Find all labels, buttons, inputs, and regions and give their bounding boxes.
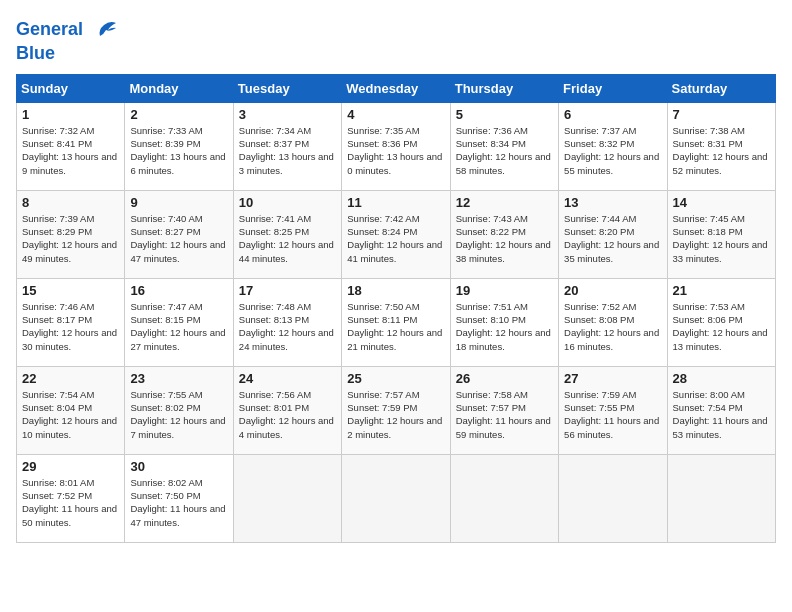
- weekday-sunday: Sunday: [17, 74, 125, 102]
- day-detail: Sunrise: 7:50 AM Sunset: 8:11 PM Dayligh…: [347, 300, 444, 353]
- day-detail: Sunrise: 7:37 AM Sunset: 8:32 PM Dayligh…: [564, 124, 661, 177]
- day-detail: Sunrise: 7:59 AM Sunset: 7:55 PM Dayligh…: [564, 388, 661, 441]
- weekday-wednesday: Wednesday: [342, 74, 450, 102]
- day-detail: Sunrise: 7:52 AM Sunset: 8:08 PM Dayligh…: [564, 300, 661, 353]
- calendar-cell: 7 Sunrise: 7:38 AM Sunset: 8:31 PM Dayli…: [667, 102, 775, 190]
- weekday-monday: Monday: [125, 74, 233, 102]
- day-detail: Sunrise: 7:35 AM Sunset: 8:36 PM Dayligh…: [347, 124, 444, 177]
- calendar-cell: 25 Sunrise: 7:57 AM Sunset: 7:59 PM Dayl…: [342, 366, 450, 454]
- day-number: 21: [673, 283, 770, 298]
- day-detail: Sunrise: 7:38 AM Sunset: 8:31 PM Dayligh…: [673, 124, 770, 177]
- day-number: 24: [239, 371, 336, 386]
- logo: General Blue: [16, 16, 118, 64]
- day-detail: Sunrise: 7:34 AM Sunset: 8:37 PM Dayligh…: [239, 124, 336, 177]
- calendar-cell: 2 Sunrise: 7:33 AM Sunset: 8:39 PM Dayli…: [125, 102, 233, 190]
- logo-bird-icon: [90, 16, 118, 44]
- day-detail: Sunrise: 7:54 AM Sunset: 8:04 PM Dayligh…: [22, 388, 119, 441]
- day-number: 15: [22, 283, 119, 298]
- day-number: 20: [564, 283, 661, 298]
- day-number: 10: [239, 195, 336, 210]
- calendar-cell: 1 Sunrise: 7:32 AM Sunset: 8:41 PM Dayli…: [17, 102, 125, 190]
- day-detail: Sunrise: 7:44 AM Sunset: 8:20 PM Dayligh…: [564, 212, 661, 265]
- calendar-cell: 27 Sunrise: 7:59 AM Sunset: 7:55 PM Dayl…: [559, 366, 667, 454]
- calendar-cell: 9 Sunrise: 7:40 AM Sunset: 8:27 PM Dayli…: [125, 190, 233, 278]
- day-detail: Sunrise: 7:33 AM Sunset: 8:39 PM Dayligh…: [130, 124, 227, 177]
- day-number: 9: [130, 195, 227, 210]
- day-detail: Sunrise: 7:48 AM Sunset: 8:13 PM Dayligh…: [239, 300, 336, 353]
- calendar-cell: 24 Sunrise: 7:56 AM Sunset: 8:01 PM Dayl…: [233, 366, 341, 454]
- day-number: 7: [673, 107, 770, 122]
- calendar-cell: 15 Sunrise: 7:46 AM Sunset: 8:17 PM Dayl…: [17, 278, 125, 366]
- calendar-cell: 12 Sunrise: 7:43 AM Sunset: 8:22 PM Dayl…: [450, 190, 558, 278]
- day-number: 16: [130, 283, 227, 298]
- day-detail: Sunrise: 7:39 AM Sunset: 8:29 PM Dayligh…: [22, 212, 119, 265]
- day-number: 14: [673, 195, 770, 210]
- calendar-week-4: 22 Sunrise: 7:54 AM Sunset: 8:04 PM Dayl…: [17, 366, 776, 454]
- calendar-cell: 5 Sunrise: 7:36 AM Sunset: 8:34 PM Dayli…: [450, 102, 558, 190]
- calendar-cell: 29 Sunrise: 8:01 AM Sunset: 7:52 PM Dayl…: [17, 454, 125, 542]
- calendar-cell: 3 Sunrise: 7:34 AM Sunset: 8:37 PM Dayli…: [233, 102, 341, 190]
- weekday-saturday: Saturday: [667, 74, 775, 102]
- day-detail: Sunrise: 7:42 AM Sunset: 8:24 PM Dayligh…: [347, 212, 444, 265]
- day-detail: Sunrise: 8:00 AM Sunset: 7:54 PM Dayligh…: [673, 388, 770, 441]
- calendar-cell: 19 Sunrise: 7:51 AM Sunset: 8:10 PM Dayl…: [450, 278, 558, 366]
- calendar-cell: 23 Sunrise: 7:55 AM Sunset: 8:02 PM Dayl…: [125, 366, 233, 454]
- day-number: 28: [673, 371, 770, 386]
- calendar-week-1: 1 Sunrise: 7:32 AM Sunset: 8:41 PM Dayli…: [17, 102, 776, 190]
- calendar-cell: [233, 454, 341, 542]
- calendar-week-2: 8 Sunrise: 7:39 AM Sunset: 8:29 PM Dayli…: [17, 190, 776, 278]
- day-number: 4: [347, 107, 444, 122]
- day-detail: Sunrise: 7:46 AM Sunset: 8:17 PM Dayligh…: [22, 300, 119, 353]
- calendar-cell: [342, 454, 450, 542]
- day-number: 3: [239, 107, 336, 122]
- calendar-cell: 20 Sunrise: 7:52 AM Sunset: 8:08 PM Dayl…: [559, 278, 667, 366]
- day-detail: Sunrise: 7:40 AM Sunset: 8:27 PM Dayligh…: [130, 212, 227, 265]
- weekday-thursday: Thursday: [450, 74, 558, 102]
- calendar-cell: 13 Sunrise: 7:44 AM Sunset: 8:20 PM Dayl…: [559, 190, 667, 278]
- calendar-cell: 6 Sunrise: 7:37 AM Sunset: 8:32 PM Dayli…: [559, 102, 667, 190]
- day-number: 19: [456, 283, 553, 298]
- day-number: 11: [347, 195, 444, 210]
- day-number: 12: [456, 195, 553, 210]
- page-header: General Blue: [16, 16, 776, 64]
- day-number: 25: [347, 371, 444, 386]
- day-detail: Sunrise: 7:57 AM Sunset: 7:59 PM Dayligh…: [347, 388, 444, 441]
- day-number: 17: [239, 283, 336, 298]
- weekday-tuesday: Tuesday: [233, 74, 341, 102]
- day-number: 5: [456, 107, 553, 122]
- day-detail: Sunrise: 7:32 AM Sunset: 8:41 PM Dayligh…: [22, 124, 119, 177]
- day-number: 8: [22, 195, 119, 210]
- calendar-cell: 22 Sunrise: 7:54 AM Sunset: 8:04 PM Dayl…: [17, 366, 125, 454]
- logo-blue: Blue: [16, 44, 118, 64]
- calendar-cell: [667, 454, 775, 542]
- calendar-cell: 10 Sunrise: 7:41 AM Sunset: 8:25 PM Dayl…: [233, 190, 341, 278]
- calendar-body: 1 Sunrise: 7:32 AM Sunset: 8:41 PM Dayli…: [17, 102, 776, 542]
- day-detail: Sunrise: 7:36 AM Sunset: 8:34 PM Dayligh…: [456, 124, 553, 177]
- day-detail: Sunrise: 7:43 AM Sunset: 8:22 PM Dayligh…: [456, 212, 553, 265]
- calendar-cell: 28 Sunrise: 8:00 AM Sunset: 7:54 PM Dayl…: [667, 366, 775, 454]
- weekday-header-row: SundayMondayTuesdayWednesdayThursdayFrid…: [17, 74, 776, 102]
- calendar-cell: [450, 454, 558, 542]
- calendar-cell: 18 Sunrise: 7:50 AM Sunset: 8:11 PM Dayl…: [342, 278, 450, 366]
- calendar-cell: 4 Sunrise: 7:35 AM Sunset: 8:36 PM Dayli…: [342, 102, 450, 190]
- day-number: 1: [22, 107, 119, 122]
- day-number: 27: [564, 371, 661, 386]
- day-detail: Sunrise: 7:58 AM Sunset: 7:57 PM Dayligh…: [456, 388, 553, 441]
- day-number: 23: [130, 371, 227, 386]
- calendar-cell: 14 Sunrise: 7:45 AM Sunset: 8:18 PM Dayl…: [667, 190, 775, 278]
- day-detail: Sunrise: 7:55 AM Sunset: 8:02 PM Dayligh…: [130, 388, 227, 441]
- calendar-week-3: 15 Sunrise: 7:46 AM Sunset: 8:17 PM Dayl…: [17, 278, 776, 366]
- calendar-cell: 17 Sunrise: 7:48 AM Sunset: 8:13 PM Dayl…: [233, 278, 341, 366]
- day-number: 26: [456, 371, 553, 386]
- calendar-week-5: 29 Sunrise: 8:01 AM Sunset: 7:52 PM Dayl…: [17, 454, 776, 542]
- calendar-cell: 8 Sunrise: 7:39 AM Sunset: 8:29 PM Dayli…: [17, 190, 125, 278]
- day-detail: Sunrise: 7:47 AM Sunset: 8:15 PM Dayligh…: [130, 300, 227, 353]
- day-number: 30: [130, 459, 227, 474]
- day-number: 6: [564, 107, 661, 122]
- weekday-friday: Friday: [559, 74, 667, 102]
- calendar-cell: 16 Sunrise: 7:47 AM Sunset: 8:15 PM Dayl…: [125, 278, 233, 366]
- day-number: 2: [130, 107, 227, 122]
- day-detail: Sunrise: 8:01 AM Sunset: 7:52 PM Dayligh…: [22, 476, 119, 529]
- day-detail: Sunrise: 7:41 AM Sunset: 8:25 PM Dayligh…: [239, 212, 336, 265]
- logo-general: General: [16, 19, 83, 39]
